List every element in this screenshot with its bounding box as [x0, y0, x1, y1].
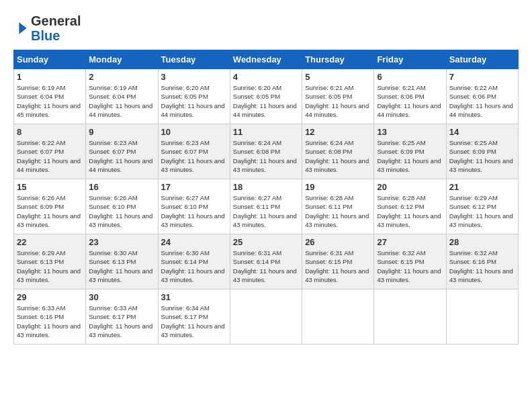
day-number: 20	[377, 182, 443, 192]
sunset: Sunset: 6:09 PM	[377, 148, 424, 155]
day-number: 24	[161, 237, 227, 247]
sunset: Sunset: 6:09 PM	[17, 203, 64, 210]
daylight: Daylight: 11 hours and 43 minutes.	[449, 157, 513, 173]
daylight: Daylight: 11 hours and 43 minutes.	[233, 267, 297, 283]
day-number: 17	[161, 182, 227, 192]
sunset: Sunset: 6:13 PM	[89, 258, 136, 265]
calendar-cell: 25 Sunrise: 6:31 AM Sunset: 6:14 PM Dayl…	[230, 234, 302, 289]
day-info: Sunrise: 6:23 AM Sunset: 6:07 PM Dayligh…	[89, 138, 154, 174]
calendar-cell: 15 Sunrise: 6:26 AM Sunset: 6:09 PM Dayl…	[14, 179, 86, 234]
calendar: SundayMondayTuesdayWednesdayThursdayFrid…	[13, 50, 519, 345]
day-number: 16	[89, 182, 154, 192]
day-info: Sunrise: 6:33 AM Sunset: 6:17 PM Dayligh…	[89, 304, 154, 339]
calendar-cell: 8 Sunrise: 6:22 AM Sunset: 6:07 PM Dayli…	[14, 124, 86, 179]
sunrise: Sunrise: 6:30 AM	[161, 249, 210, 257]
calendar-cell: 23 Sunrise: 6:30 AM Sunset: 6:13 PM Dayl…	[86, 234, 158, 289]
calendar-cell: 2 Sunrise: 6:19 AM Sunset: 6:04 PM Dayli…	[86, 69, 158, 124]
sunset: Sunset: 6:13 PM	[17, 258, 64, 265]
day-number: 23	[89, 237, 154, 247]
calendar-cell: 20 Sunrise: 6:28 AM Sunset: 6:12 PM Dayl…	[374, 179, 446, 234]
sunrise: Sunrise: 6:30 AM	[89, 249, 137, 257]
calendar-cell: 14 Sunrise: 6:25 AM Sunset: 6:09 PM Dayl…	[446, 124, 518, 179]
calendar-cell: 27 Sunrise: 6:32 AM Sunset: 6:15 PM Dayl…	[374, 234, 446, 289]
weekday-header: Friday	[374, 50, 446, 69]
sunset: Sunset: 6:11 PM	[233, 203, 280, 210]
sunrise: Sunrise: 6:25 AM	[377, 139, 425, 146]
daylight: Daylight: 11 hours and 44 minutes.	[89, 157, 152, 173]
sunrise: Sunrise: 6:20 AM	[161, 84, 210, 91]
sunset: Sunset: 6:14 PM	[233, 258, 280, 265]
day-number: 7	[449, 72, 515, 82]
day-info: Sunrise: 6:24 AM Sunset: 6:08 PM Dayligh…	[233, 138, 299, 174]
sunrise: Sunrise: 6:27 AM	[233, 194, 281, 201]
sunset: Sunset: 6:09 PM	[449, 148, 496, 155]
day-info: Sunrise: 6:30 AM Sunset: 6:13 PM Dayligh…	[89, 248, 154, 284]
calendar-cell: 29 Sunrise: 6:33 AM Sunset: 6:16 PM Dayl…	[14, 289, 86, 345]
day-info: Sunrise: 6:26 AM Sunset: 6:09 PM Dayligh…	[17, 193, 83, 229]
sunrise: Sunrise: 6:31 AM	[233, 249, 281, 257]
sunset: Sunset: 6:05 PM	[305, 93, 352, 100]
day-number: 15	[17, 182, 83, 192]
svg-marker-0	[19, 22, 26, 34]
daylight: Daylight: 11 hours and 43 minutes.	[89, 322, 152, 338]
calendar-cell: 13 Sunrise: 6:25 AM Sunset: 6:09 PM Dayl…	[374, 124, 446, 179]
sunrise: Sunrise: 6:26 AM	[89, 194, 137, 201]
day-info: Sunrise: 6:33 AM Sunset: 6:16 PM Dayligh…	[17, 304, 83, 339]
calendar-cell: 11 Sunrise: 6:24 AM Sunset: 6:08 PM Dayl…	[230, 124, 302, 179]
daylight: Daylight: 11 hours and 43 minutes.	[89, 267, 152, 283]
calendar-cell: 24 Sunrise: 6:30 AM Sunset: 6:14 PM Dayl…	[158, 234, 230, 289]
sunrise: Sunrise: 6:24 AM	[305, 139, 353, 146]
sunset: Sunset: 6:14 PM	[161, 258, 208, 265]
day-info: Sunrise: 6:32 AM Sunset: 6:15 PM Dayligh…	[377, 248, 443, 284]
calendar-cell: 9 Sunrise: 6:23 AM Sunset: 6:07 PM Dayli…	[86, 124, 158, 179]
calendar-week-row: 22 Sunrise: 6:29 AM Sunset: 6:13 PM Dayl…	[14, 234, 519, 289]
sunset: Sunset: 6:11 PM	[305, 203, 352, 210]
day-info: Sunrise: 6:30 AM Sunset: 6:14 PM Dayligh…	[161, 248, 227, 284]
sunrise: Sunrise: 6:32 AM	[449, 249, 498, 257]
day-info: Sunrise: 6:23 AM Sunset: 6:07 PM Dayligh…	[161, 138, 227, 174]
sunrise: Sunrise: 6:33 AM	[89, 304, 137, 312]
calendar-cell: 7 Sunrise: 6:22 AM Sunset: 6:06 PM Dayli…	[446, 69, 518, 124]
day-info: Sunrise: 6:21 AM Sunset: 6:05 PM Dayligh…	[305, 83, 371, 119]
day-info: Sunrise: 6:20 AM Sunset: 6:05 PM Dayligh…	[233, 83, 299, 119]
daylight: Daylight: 11 hours and 44 minutes.	[17, 157, 81, 173]
calendar-header-row: SundayMondayTuesdayWednesdayThursdayFrid…	[14, 50, 519, 69]
weekday-header: Tuesday	[158, 50, 230, 69]
daylight: Daylight: 11 hours and 43 minutes.	[449, 267, 513, 283]
day-number: 30	[89, 292, 154, 302]
sunrise: Sunrise: 6:21 AM	[305, 84, 353, 91]
sunset: Sunset: 6:05 PM	[233, 93, 280, 100]
day-info: Sunrise: 6:20 AM Sunset: 6:05 PM Dayligh…	[161, 83, 227, 119]
sunrise: Sunrise: 6:32 AM	[377, 249, 425, 257]
sunset: Sunset: 6:16 PM	[17, 313, 64, 320]
day-number: 1	[17, 72, 83, 82]
calendar-cell	[446, 289, 518, 345]
calendar-cell: 12 Sunrise: 6:24 AM Sunset: 6:08 PM Dayl…	[302, 124, 374, 179]
daylight: Daylight: 11 hours and 43 minutes.	[89, 212, 152, 228]
sunrise: Sunrise: 6:29 AM	[17, 249, 65, 257]
calendar-cell: 21 Sunrise: 6:29 AM Sunset: 6:12 PM Dayl…	[446, 179, 518, 234]
day-number: 31	[161, 292, 227, 302]
day-number: 9	[89, 127, 154, 137]
day-number: 26	[305, 237, 371, 247]
daylight: Daylight: 11 hours and 43 minutes.	[377, 267, 441, 283]
calendar-cell	[230, 289, 302, 345]
sunrise: Sunrise: 6:22 AM	[17, 139, 65, 146]
day-info: Sunrise: 6:31 AM Sunset: 6:14 PM Dayligh…	[233, 248, 299, 284]
daylight: Daylight: 11 hours and 43 minutes.	[17, 322, 81, 338]
sunset: Sunset: 6:08 PM	[233, 148, 280, 155]
calendar-cell: 28 Sunrise: 6:32 AM Sunset: 6:16 PM Dayl…	[446, 234, 518, 289]
day-number: 5	[305, 72, 371, 82]
calendar-week-row: 1 Sunrise: 6:19 AM Sunset: 6:04 PM Dayli…	[14, 69, 519, 124]
calendar-week-row: 29 Sunrise: 6:33 AM Sunset: 6:16 PM Dayl…	[14, 289, 519, 345]
calendar-cell: 17 Sunrise: 6:27 AM Sunset: 6:10 PM Dayl…	[158, 179, 230, 234]
daylight: Daylight: 11 hours and 43 minutes.	[161, 157, 225, 173]
sunset: Sunset: 6:15 PM	[305, 258, 352, 265]
sunset: Sunset: 6:10 PM	[161, 203, 208, 210]
day-number: 18	[233, 182, 299, 192]
day-number: 29	[17, 292, 83, 302]
page: General Blue SundayMondayTuesdayWednesda…	[0, 0, 532, 351]
calendar-cell	[374, 289, 446, 345]
calendar-week-row: 15 Sunrise: 6:26 AM Sunset: 6:09 PM Dayl…	[14, 179, 519, 234]
day-number: 28	[449, 237, 515, 247]
